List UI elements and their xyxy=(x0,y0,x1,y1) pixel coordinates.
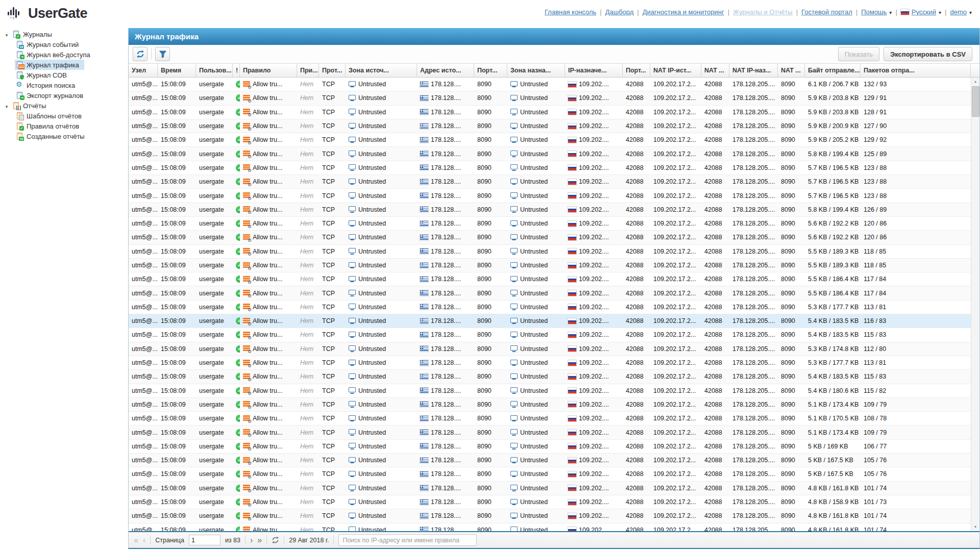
cell-status xyxy=(233,119,240,133)
table-row[interactable]: utm5@...15:08:09usergateAllow tru...НетT… xyxy=(129,356,971,370)
table-row[interactable]: utm5@...15:08:09usergateAllow tru...НетT… xyxy=(129,203,971,217)
column-header-time[interactable]: Время xyxy=(158,64,196,77)
table-row[interactable]: utm5@...15:08:09usergateAllow tru...НетT… xyxy=(129,133,971,147)
nav-item-помощь[interactable]: Помощь xyxy=(861,8,892,16)
sidebar-item-журнал-сов[interactable]: Журнал СОВ xyxy=(15,70,72,80)
column-header-status[interactable]: ! xyxy=(233,64,240,77)
table-row[interactable]: utm5@...15:08:09usergateAllow tru...НетT… xyxy=(129,259,971,272)
column-header-rule[interactable]: Правило xyxy=(240,64,297,77)
nav-item-главная-консоль[interactable]: Главная консоль xyxy=(545,8,596,16)
sidebar-item-экспорт-журналов[interactable]: Экспорт журналов xyxy=(15,90,88,101)
nav-item-диагностика-и-мониторинг[interactable]: Диагностика и мониторинг xyxy=(643,8,724,16)
page-number-input[interactable] xyxy=(189,535,220,545)
table-row[interactable]: utm5@...15:08:09usergateAllow tru...НетT… xyxy=(129,300,971,314)
table-row[interactable]: utm5@...15:08:09usergateAllow tru...НетT… xyxy=(129,314,971,328)
cell-app: Нет xyxy=(297,217,319,230)
table-row[interactable]: utm5@...15:08:09usergateAllow tru...НетT… xyxy=(129,398,971,412)
column-header-node[interactable]: Узел xyxy=(129,64,158,77)
nav-item-дашборд[interactable]: Дашборд xyxy=(605,8,634,16)
sidebar-item-история-поиска[interactable]: История поиска xyxy=(15,80,80,90)
column-header-nat_ip_src[interactable]: NAT IP-ист... xyxy=(650,64,701,77)
pager-refresh-icon[interactable] xyxy=(272,536,279,544)
cell-dst_port: 42088 xyxy=(623,161,650,174)
table-row[interactable]: utm5@...15:08:09usergateAllow tru...НетT… xyxy=(129,272,971,286)
export-csv-button[interactable]: Экспортировать в CSV xyxy=(884,47,972,61)
table-row[interactable]: utm5@...15:08:09usergateAllow tru...НетT… xyxy=(129,384,971,398)
top-nav: Главная консоль|Дашборд|Диагностика и мо… xyxy=(545,8,972,16)
table-row[interactable]: utm5@...15:08:09usergateAllow tru...НетT… xyxy=(129,328,971,342)
sidebar-group-отчёты[interactable]: Отчёты xyxy=(0,101,128,111)
cell-protocol: TCP xyxy=(319,300,346,314)
sidebar-item-журнал-трафика[interactable]: Журнал трафика xyxy=(15,60,84,70)
table-row[interactable]: utm5@...15:08:09usergateAllow tru...НетT… xyxy=(129,342,971,356)
sidebar-item-шаблоны-отчётов[interactable]: Шаблоны отчётов xyxy=(15,111,87,121)
column-header-src_zone[interactable]: Зона источ... xyxy=(346,64,417,77)
table-row[interactable]: utm5@...15:08:09usergateAllow tru...НетT… xyxy=(129,231,971,244)
column-header-dst_port[interactable]: Порт... xyxy=(623,64,650,77)
sidebar-item-созданные-отчёты[interactable]: Созданные отчёты xyxy=(15,131,90,141)
refresh-button[interactable] xyxy=(133,47,148,61)
column-header-src_port[interactable]: Порт... xyxy=(474,64,507,77)
vertical-scrollbar[interactable] xyxy=(971,78,979,531)
nav-item-гостевой-портал[interactable]: Гостевой портал xyxy=(801,8,852,16)
table-row[interactable]: utm5@...15:08:09usergateAllow tru...НетT… xyxy=(129,454,971,467)
cell-src_addr: 178.128.... xyxy=(417,91,474,105)
sidebar-group-журналы[interactable]: Журналы xyxy=(0,29,128,39)
scroll-up-arrow-icon[interactable] xyxy=(971,78,979,86)
show-button[interactable]: Показать xyxy=(838,47,879,61)
table-row[interactable]: utm5@...15:08:09usergateAllow tru...НетT… xyxy=(129,412,971,425)
scrollbar-thumb[interactable] xyxy=(972,86,979,117)
column-header-dst_ip[interactable]: IP-назначе... xyxy=(565,64,623,77)
cell-dst_ip: 109.202.... xyxy=(565,203,623,216)
table-row[interactable]: utm5@...15:08:09usergateAllow tru...НетT… xyxy=(129,175,971,189)
first-page-button[interactable] xyxy=(134,536,138,544)
sidebar-item-правила-отчётов[interactable]: Правила отчётов xyxy=(15,121,84,131)
table-row[interactable]: utm5@...15:08:09usergateAllow tru...НетT… xyxy=(129,523,971,533)
table-row[interactable]: utm5@...15:08:09usergateAllow tru...НетT… xyxy=(129,106,971,119)
table-row[interactable]: utm5@...15:08:09usergateAllow tru...НетT… xyxy=(129,78,971,91)
table-row[interactable]: utm5@...15:08:09usergateAllow tru...НетT… xyxy=(129,440,971,454)
nav-item-русский[interactable]: Русский xyxy=(901,8,941,16)
table-row[interactable]: utm5@...15:08:09usergateAllow tru...НетT… xyxy=(129,91,971,105)
table-row[interactable]: utm5@...15:08:09usergateAllow tru...НетT… xyxy=(129,425,971,439)
search-input[interactable] xyxy=(338,534,477,546)
table-row[interactable]: utm5@...15:08:09usergateAllow tru...НетT… xyxy=(129,161,971,175)
table-row[interactable]: utm5@...15:08:09usergateAllow tru...НетT… xyxy=(129,189,971,203)
column-header-dst_zone[interactable]: Зона назна... xyxy=(507,64,565,77)
column-header-packets[interactable]: Пакетов отпра... xyxy=(861,64,971,77)
sidebar-item-журнал-событий[interactable]: Журнал событий xyxy=(15,39,84,49)
column-header-user[interactable]: Пользов... xyxy=(196,64,233,77)
table-row[interactable]: utm5@...15:08:09usergateAllow tru...НетT… xyxy=(129,217,971,231)
cell-nat_port_src: 42088 xyxy=(701,161,729,174)
cell-rule: Allow tru... xyxy=(240,509,297,522)
tree-expand-caret-icon[interactable] xyxy=(4,102,10,110)
column-header-src_addr[interactable]: Адрес исто... xyxy=(417,64,474,77)
table-row[interactable]: utm5@...15:08:09usergateAllow tru...НетT… xyxy=(129,147,971,161)
filter-button[interactable] xyxy=(155,47,170,61)
nav-link-label: Помощь xyxy=(861,8,887,16)
column-header-bytes[interactable]: Байт отправле... xyxy=(805,64,861,77)
table-row[interactable]: utm5@...15:08:09usergateAllow tru...НетT… xyxy=(129,509,971,523)
prev-page-button[interactable] xyxy=(143,536,145,544)
table-row[interactable]: utm5@...15:08:09usergateAllow tru...НетT… xyxy=(129,495,971,509)
scroll-down-arrow-icon[interactable] xyxy=(971,523,979,531)
nav-item-demo[interactable]: demo xyxy=(950,8,972,16)
column-header-protocol[interactable]: Прот... xyxy=(319,64,346,77)
last-page-button[interactable] xyxy=(257,536,262,544)
nav-item-журналы-и-отчёты[interactable]: Журналы и Отчёты xyxy=(733,8,793,16)
table-row[interactable]: utm5@...15:08:09usergateAllow tru...НетT… xyxy=(129,119,971,133)
column-header-nat_ip_dst[interactable]: NAT IP-наз... xyxy=(729,64,778,77)
table-row[interactable]: utm5@...15:08:09usergateAllow tru...НетT… xyxy=(129,467,971,481)
table-row[interactable]: utm5@...15:08:09usergateAllow tru...НетT… xyxy=(129,245,971,259)
allowed-status-icon xyxy=(236,527,240,532)
table-row[interactable]: utm5@...15:08:09usergateAllow tru...НетT… xyxy=(129,286,971,300)
column-header-app[interactable]: При... xyxy=(297,64,319,77)
table-row[interactable]: utm5@...15:08:09usergateAllow tru...НетT… xyxy=(129,370,971,384)
column-header-nat_port_dst[interactable]: NAT ... xyxy=(778,64,805,77)
cell-app: Нет xyxy=(297,440,319,453)
sidebar-item-журнал-веб-доступа[interactable]: Журнал веб-доступа xyxy=(15,49,95,60)
column-header-nat_port_src[interactable]: NAT ... xyxy=(701,64,729,77)
tree-expand-caret-icon[interactable] xyxy=(4,31,10,38)
next-page-button[interactable] xyxy=(250,536,253,544)
table-row[interactable]: utm5@...15:08:09usergateAllow tru...НетT… xyxy=(129,482,971,495)
